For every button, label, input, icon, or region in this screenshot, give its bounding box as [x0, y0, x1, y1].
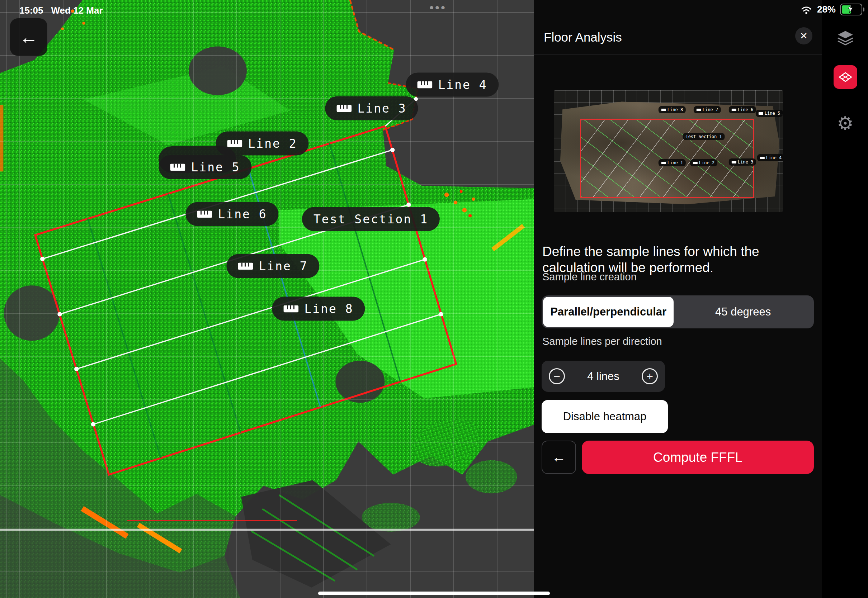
charging-bolt-icon [847, 4, 854, 13]
cloud-hole-top [189, 46, 247, 96]
battery-percent: 28% [817, 4, 836, 15]
thumb-pill-label: Line 1 [667, 160, 683, 165]
cloud-blob-right3 [362, 503, 420, 532]
ruler-icon [197, 211, 212, 218]
pill-test-section[interactable]: Test Section 1 [302, 207, 440, 231]
thumb-pill-label: Line 5 [765, 111, 780, 116]
ruler-icon [238, 262, 253, 270]
cloud-dark-bottom [241, 480, 391, 587]
ruler-icon [170, 163, 185, 170]
decrease-lines-button[interactable]: − [549, 368, 565, 384]
pill-label: Line 2 [248, 137, 297, 151]
thumb-pill-line-4: Line 4 [757, 154, 783, 161]
pill-label: Line 8 [304, 302, 353, 316]
cloud-hole-mid [335, 361, 385, 403]
minus-icon: − [554, 371, 560, 382]
pill-label: Line 4 [438, 78, 487, 92]
point-cloud-viewer[interactable]: Line 4 Line 3 Line 2 Line 5 Line 6 Test … [0, 0, 534, 598]
thumb-pill-label: Test Section 1 [685, 134, 722, 139]
tool-rail: ⚙ [822, 0, 868, 598]
segment-parallel-perpendicular[interactable]: Parallel/perpendicular [543, 297, 673, 327]
settings-button[interactable]: ⚙ [837, 114, 854, 133]
thumb-pill-line-8: Line 8 [658, 106, 686, 113]
floor-plan-thumbnail: Line 8 Line 7 Line 6 Line 5 Test Section… [554, 90, 783, 212]
status-bar-left: 15:05 Wed 12 Mar [19, 5, 103, 16]
ruler-icon [760, 157, 765, 159]
panel-title: Floor Analysis [544, 30, 622, 45]
pill-label: Line 5 [191, 160, 240, 174]
gear-icon: ⚙ [837, 113, 854, 134]
ruler-icon [337, 105, 352, 112]
panel-header: Floor Analysis ✕ [534, 0, 822, 54]
increase-lines-button[interactable]: + [642, 368, 658, 384]
ruler-icon [661, 109, 666, 111]
thumb-pill-label: Line 2 [699, 160, 714, 165]
cloud-hole-left [4, 286, 60, 341]
ruler-icon [759, 112, 763, 115]
sample-line-creation-segmented: Parallel/perpendicular 45 degrees [542, 295, 814, 328]
layers-button[interactable] [837, 29, 855, 48]
thumb-pill-line-6: Line 6 [729, 106, 756, 113]
cloud-blob-right2 [465, 460, 517, 494]
ruler-icon [732, 161, 736, 163]
thumb-pill-label: Line 4 [766, 155, 781, 160]
app-screen: Line 4 Line 3 Line 2 Line 5 Line 6 Test … [0, 0, 868, 598]
thumb-pill-label: Line 6 [738, 107, 753, 112]
multitask-dots-icon[interactable]: ••• [430, 1, 446, 15]
ruler-icon [283, 305, 298, 312]
floor-analysis-panel: Floor Analysis ✕ Line 8 Line 7 Line 6 [534, 0, 822, 598]
pill-label: Test Section 1 [313, 212, 428, 226]
ruler-icon [697, 109, 701, 111]
disable-heatmap-button[interactable]: Disable heatmap [542, 400, 668, 433]
ruler-icon [661, 162, 666, 164]
thumb-pill-line-5: Line 5 [756, 110, 783, 117]
thumb-pill-line-1: Line 1 [658, 159, 686, 166]
edge-noise-left [0, 105, 3, 171]
compute-fffl-button[interactable]: Compute FFFL [582, 441, 814, 474]
close-button[interactable]: ✕ [795, 27, 813, 45]
home-indicator[interactable] [318, 592, 550, 595]
thumb-pill-label: Line 8 [667, 107, 683, 112]
pill-line-5[interactable]: Line 5 [159, 155, 251, 179]
pill-line-6[interactable]: Line 6 [186, 202, 278, 226]
lines-per-direction-stepper: − 4 lines + [542, 361, 665, 392]
back-arrow-icon: ← [19, 27, 38, 48]
plus-icon: + [647, 371, 653, 382]
ruler-icon [227, 140, 242, 147]
pill-line-7[interactable]: Line 7 [226, 254, 319, 278]
status-bar-right: 28% [800, 4, 862, 15]
close-icon: ✕ [800, 30, 808, 42]
thumb-pill-line-3: Line 3 [729, 158, 756, 166]
back-arrow-icon: ← [552, 449, 566, 465]
pill-label: Line 6 [218, 207, 267, 221]
status-time: 15:05 [19, 5, 43, 16]
sample-line-creation-label: Sample line creation [542, 271, 637, 283]
layers-icon [837, 29, 855, 46]
thumb-pill-test-section: Test Section 1 [682, 133, 724, 140]
floor-analysis-icon [838, 71, 853, 83]
status-date: Wed 12 Mar [51, 5, 103, 16]
battery-icon [840, 4, 862, 15]
thumb-pill-label: Line 7 [703, 107, 718, 112]
thumb-pill-line-7: Line 7 [694, 106, 721, 113]
thumbnail-test-section [580, 119, 754, 198]
pill-label: Line 3 [357, 102, 406, 115]
segment-45-degrees[interactable]: 45 degrees [673, 297, 813, 327]
floor-analysis-tool-button[interactable] [834, 65, 857, 89]
lines-per-direction-label: Sample lines per direction [542, 336, 662, 347]
ruler-icon [417, 81, 432, 88]
thumb-pill-line-2: Line 2 [690, 159, 717, 166]
ruler-icon [732, 109, 736, 111]
viewer-back-button[interactable]: ← [10, 18, 47, 56]
pill-label: Line 7 [259, 259, 308, 273]
battery-tip [863, 7, 864, 12]
ruler-icon [693, 162, 697, 164]
panel-back-button[interactable]: ← [542, 441, 576, 474]
pill-line-3[interactable]: Line 3 [325, 96, 418, 120]
thumb-pill-label: Line 3 [738, 160, 753, 164]
pill-line-4[interactable]: Line 4 [406, 73, 498, 97]
wifi-icon [800, 5, 813, 14]
pill-line-8[interactable]: Line 8 [272, 297, 365, 321]
lines-count-value: 4 lines [587, 370, 620, 383]
